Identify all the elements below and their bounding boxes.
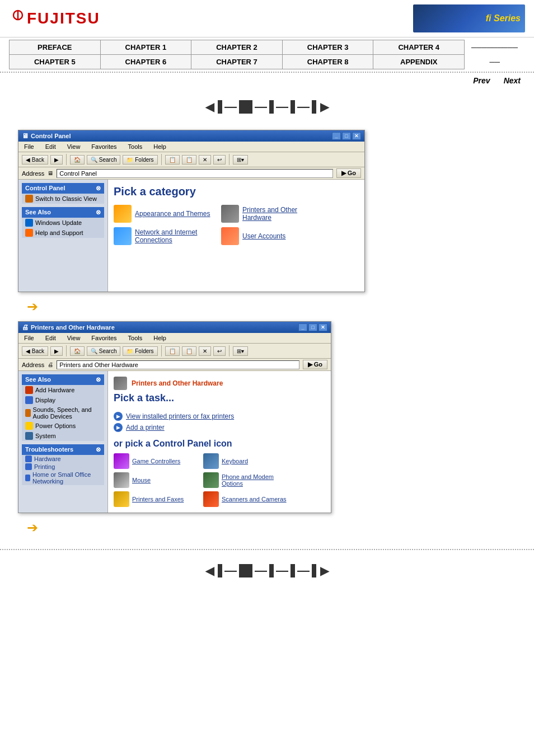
help-support-item[interactable]: Help and Support	[22, 228, 104, 238]
minimize-btn[interactable]: _	[332, 132, 341, 140]
p-menu-view[interactable]: View	[65, 334, 83, 342]
icon-row-3: Printers and Faxes Scanners and Cameras	[114, 491, 325, 507]
prev-button[interactable]: Prev	[469, 75, 494, 86]
p-menu-favorites[interactable]: Favorites	[89, 334, 119, 342]
category-printers[interactable]: Printers and Other Hardware	[221, 205, 322, 223]
p-search-btn[interactable]: 🔍 Search	[87, 346, 120, 356]
task-view-printers[interactable]: ▶ View installed printers or fax printer…	[114, 411, 325, 422]
undo-btn[interactable]: ↩	[213, 155, 226, 165]
task-add-printer[interactable]: ▶ Add a printer	[114, 422, 325, 433]
nav-table: PREFACE CHAPTER 1 CHAPTER 2 CHAPTER 3 CH…	[9, 40, 525, 69]
t-printing-item[interactable]: Printing	[22, 463, 104, 471]
back-btn[interactable]: ◀ Back	[22, 155, 48, 165]
bottom-page-next-btn[interactable]: ▶	[318, 564, 331, 577]
display-item[interactable]: Display	[22, 395, 104, 405]
sounds-icon	[25, 409, 31, 417]
page-next-btn[interactable]: ▶	[318, 100, 331, 114]
go-button[interactable]: ▶ Go	[336, 168, 361, 178]
display-label: Display	[35, 397, 55, 403]
win-controls[interactable]: _ □ ✕	[332, 132, 361, 140]
paste-btn[interactable]: 📋	[182, 155, 196, 165]
nav-preface[interactable]: PREFACE	[10, 40, 101, 55]
users-icon	[221, 227, 239, 245]
nav-chapter8[interactable]: CHAPTER 8	[282, 55, 373, 69]
nav-chapter3[interactable]: CHAPTER 3	[282, 40, 373, 55]
p-menu-help[interactable]: Help	[151, 334, 168, 342]
p-see-also-collapse[interactable]: ⊗	[96, 376, 101, 383]
nav-chapter5[interactable]: CHAPTER 5	[10, 55, 101, 69]
p-home-btn[interactable]: 🏠	[70, 346, 85, 356]
nav-chapter4[interactable]: CHAPTER 4	[373, 40, 465, 55]
maximize-btn[interactable]: □	[342, 132, 351, 140]
forward-btn[interactable]: ▶	[50, 155, 63, 165]
nav-chapter2[interactable]: CHAPTER 2	[191, 40, 283, 55]
menu-help[interactable]: Help	[151, 143, 168, 151]
p-minimize-btn[interactable]: _	[298, 323, 307, 331]
search-btn[interactable]: 🔍 Search	[87, 155, 120, 165]
p-back-btn[interactable]: ◀ Back	[22, 346, 48, 356]
nav-chapter6[interactable]: CHAPTER 6	[100, 55, 191, 69]
nav-chapter7[interactable]: CHAPTER 7	[191, 55, 283, 69]
delete-btn[interactable]: ✕	[199, 155, 211, 165]
page-bar-4	[312, 100, 316, 114]
folders-btn[interactable]: 📁 Folders	[123, 155, 157, 165]
mouse-item[interactable]: Mouse	[114, 472, 198, 488]
p-undo-btn[interactable]: ↩	[213, 346, 226, 356]
scanners-item[interactable]: Scanners and Cameras	[203, 491, 287, 507]
t-networking-item[interactable]: Home or Small Office Networking	[22, 471, 104, 485]
print-faxes-item[interactable]: Printers and Faxes	[114, 491, 198, 507]
add-hardware-item[interactable]: Add Hardware	[22, 385, 104, 395]
p-menu-tools[interactable]: Tools	[126, 334, 145, 342]
p-delete-btn[interactable]: ✕	[199, 346, 211, 356]
menu-tools[interactable]: Tools	[126, 143, 145, 151]
menu-view[interactable]: View	[65, 143, 83, 151]
p-close-btn[interactable]: ✕	[318, 323, 327, 331]
p-go-button[interactable]: ▶ Go	[303, 360, 327, 369]
control-panel-window: 🖥 Control Panel _ □ ✕ File Edit View Fav…	[18, 130, 365, 292]
copy-btn[interactable]: 📋	[165, 155, 180, 165]
collapse-icon[interactable]: ⊗	[96, 185, 101, 192]
menu-edit[interactable]: Edit	[43, 143, 58, 151]
p-folders-btn[interactable]: 📁 Folders	[123, 346, 157, 356]
troubleshoot-collapse[interactable]: ⊗	[96, 446, 101, 453]
home-btn[interactable]: 🏠	[70, 155, 85, 165]
category-network[interactable]: Network and Internet Connections	[114, 227, 214, 245]
switch-classic-item[interactable]: Switch to Classic View	[22, 194, 104, 204]
system-item[interactable]: System	[22, 431, 104, 441]
close-btn[interactable]: ✕	[352, 132, 361, 140]
bottom-page-bar-4	[312, 564, 316, 577]
power-item[interactable]: Power Options	[22, 421, 104, 431]
next-button[interactable]: Next	[499, 75, 525, 86]
tasks-section: ▶ View installed printers or fax printer…	[114, 411, 325, 433]
p-paste-btn[interactable]: 📋	[182, 346, 196, 356]
bottom-page-prev-btn[interactable]: ◀	[203, 564, 216, 577]
bottom-page-bar-3	[291, 564, 295, 577]
p-menu-edit[interactable]: Edit	[43, 334, 58, 342]
scanner-label: Scanners and Cameras	[222, 496, 287, 503]
menu-favorites[interactable]: Favorites	[89, 143, 119, 151]
phone-item[interactable]: Phone and Modem Options	[203, 472, 287, 488]
nav-chapter1[interactable]: CHAPTER 1	[100, 40, 191, 55]
sounds-item[interactable]: Sounds, Speech, and Audio Devices	[22, 405, 104, 421]
keyboard-item[interactable]: Keyboard	[203, 453, 287, 469]
logo-area: FUJITSU	[9, 10, 100, 27]
game-controllers-item[interactable]: Game Controllers	[114, 453, 198, 469]
p-view-btn[interactable]: ⊞▾	[233, 346, 248, 356]
printers-win-controls[interactable]: _ □ ✕	[298, 323, 327, 331]
category-appearance[interactable]: Appearance and Themes	[114, 205, 214, 223]
p-menu-file[interactable]: File	[22, 334, 36, 342]
p-address-field[interactable]: Printers and Other Hardware	[57, 360, 299, 369]
page-prev-btn[interactable]: ◀	[203, 100, 216, 114]
see-also-collapse[interactable]: ⊗	[96, 209, 101, 216]
p-maximize-btn[interactable]: □	[308, 323, 317, 331]
control-panel-titlebar: 🖥 Control Panel _ □ ✕	[18, 130, 364, 142]
windows-update-item[interactable]: Windows Update	[22, 218, 104, 228]
view-btn[interactable]: ⊞▾	[233, 155, 248, 165]
t-hardware-item[interactable]: Hardware	[22, 455, 104, 463]
p-copy-btn[interactable]: 📋	[165, 346, 180, 356]
nav-appendix[interactable]: APPENDIX	[373, 55, 465, 69]
p-forward-btn[interactable]: ▶	[50, 346, 63, 356]
menu-file[interactable]: File	[22, 143, 36, 151]
category-users[interactable]: User Accounts	[221, 227, 322, 245]
address-field[interactable]: Control Panel	[57, 169, 332, 178]
